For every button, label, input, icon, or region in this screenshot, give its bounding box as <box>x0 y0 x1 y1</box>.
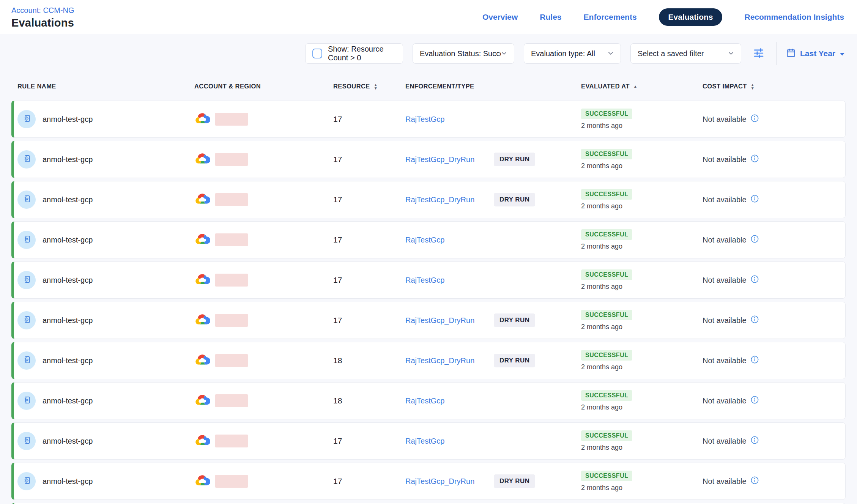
rule-name: anmol-test-gcp <box>43 236 93 244</box>
gcp-cloud-icon <box>194 434 210 448</box>
cost-value: Not available <box>703 155 747 164</box>
sort-icon[interactable]: ▲ <box>633 85 637 88</box>
info-icon[interactable] <box>750 275 759 285</box>
rule-avatar <box>17 110 36 128</box>
cost-value: Not available <box>703 356 747 365</box>
evaluated-time: 2 months ago <box>581 283 622 291</box>
info-icon[interactable] <box>750 154 759 165</box>
rule-avatar <box>17 472 36 490</box>
evaluations-page: Account: CCM-NG Evaluations Overview Rul… <box>0 0 857 504</box>
enforcement-link[interactable]: RajTestGcp <box>405 236 494 244</box>
redacted-account-name <box>215 233 248 246</box>
gcp-cloud-icon <box>194 273 210 287</box>
resource-count: 17 <box>333 195 342 204</box>
saved-filter-dropdown[interactable]: Select a saved filter <box>630 43 741 64</box>
top-nav: Overview Rules Enforcements Evaluations … <box>482 8 844 26</box>
show-resource-count-filter[interactable]: Show: Resource Count > 0 <box>305 43 403 64</box>
rule-code-icon <box>22 234 32 246</box>
rule-code-icon <box>22 435 32 447</box>
title-block: Account: CCM-NG Evaluations <box>11 5 74 29</box>
resource-count: 17 <box>333 155 342 164</box>
resource-count: 17 <box>333 316 342 324</box>
sort-icon[interactable]: ▲▼ <box>751 83 755 90</box>
rule-name: anmol-test-gcp <box>43 397 93 405</box>
rule-name: anmol-test-gcp <box>43 155 93 164</box>
evaluation-status-dropdown[interactable]: Evaluation Status: Success <box>413 43 514 64</box>
nav-tab-recommendation-insights[interactable]: Recommendation Insights <box>744 13 844 22</box>
saved-filter-placeholder: Select a saved filter <box>638 49 704 58</box>
table-body: anmol-test-gcp 17 RajTestGcp <box>0 94 857 500</box>
enforcement-link[interactable]: RajTestGcp <box>405 276 494 285</box>
table-row: anmol-test-gcp 17 RajTestGcp <box>11 221 846 258</box>
chevron-down-icon <box>608 49 614 58</box>
evaluated-time: 2 months ago <box>581 484 622 492</box>
table-row: anmol-test-gcp 17 RajTestGcp_DryRun <box>11 302 846 339</box>
evaluated-time: 2 months ago <box>581 122 622 130</box>
dry-run-badge: DRY RUN <box>494 193 535 206</box>
rule-code-icon <box>22 355 32 366</box>
dry-run-badge: DRY RUN <box>494 153 535 166</box>
info-icon[interactable] <box>750 235 759 245</box>
rule-avatar <box>17 351 36 370</box>
rule-code-icon <box>22 274 32 286</box>
redacted-account-name <box>215 394 248 407</box>
column-header-cost-impact: COST IMPACT <box>703 83 747 90</box>
show-resource-count-checkbox[interactable] <box>312 49 322 58</box>
redacted-account-name <box>215 314 248 327</box>
redacted-account-name <box>215 193 248 206</box>
table-row: anmol-test-gcp 18 RajTestGcp_DryRun <box>11 342 846 379</box>
cost-value: Not available <box>703 437 747 446</box>
rule-avatar <box>17 231 36 249</box>
date-range-picker[interactable]: Last Year <box>786 48 845 60</box>
nav-tab-evaluations[interactable]: Evaluations <box>659 8 723 26</box>
table-header: RULE NAME ACCOUNT & REGION RESOURCE▲▼ EN… <box>11 76 846 94</box>
nav-tab-enforcements[interactable]: Enforcements <box>584 13 637 22</box>
rule-name: anmol-test-gcp <box>43 195 93 204</box>
enforcement-link[interactable]: RajTestGcp_DryRun <box>405 195 494 204</box>
enforcement-link[interactable]: RajTestGcp <box>405 115 494 124</box>
cost-value: Not available <box>703 397 747 405</box>
info-icon[interactable] <box>750 114 759 124</box>
evaluation-type-value: Evaluation type: All <box>531 49 595 58</box>
gcp-cloud-icon <box>194 112 210 126</box>
enforcement-link[interactable]: RajTestGcp_DryRun <box>405 356 494 365</box>
status-badge: SUCCESSFUL <box>581 229 632 240</box>
rule-name: anmol-test-gcp <box>43 115 93 124</box>
cost-value: Not available <box>703 195 747 204</box>
rule-avatar <box>17 311 36 329</box>
table-row: anmol-test-gcp 17 RajTestGcp_DryRun <box>11 463 846 500</box>
enforcement-link[interactable]: RajTestGcp <box>405 397 494 405</box>
status-badge: SUCCESSFUL <box>581 149 632 159</box>
enforcement-link[interactable]: RajTestGcp <box>405 437 494 446</box>
resource-count: 17 <box>333 436 342 445</box>
nav-tab-rules[interactable]: Rules <box>540 13 561 22</box>
nav-tab-overview[interactable]: Overview <box>482 13 518 22</box>
enforcement-link[interactable]: RajTestGcp_DryRun <box>405 477 494 486</box>
sort-icon[interactable]: ▲▼ <box>374 83 378 90</box>
info-icon[interactable] <box>750 194 759 205</box>
table-row: anmol-test-gcp 17 RajTestGcp_DryRun <box>11 181 846 218</box>
rule-code-icon <box>22 194 32 205</box>
sliders-icon <box>752 47 765 60</box>
info-icon[interactable] <box>750 355 759 366</box>
gcp-cloud-icon <box>194 353 210 368</box>
info-icon[interactable] <box>750 395 759 406</box>
filter-settings-button[interactable] <box>751 47 767 60</box>
redacted-account-name <box>215 113 248 126</box>
cost-value: Not available <box>703 477 747 486</box>
status-badge: SUCCESSFUL <box>581 189 632 200</box>
table-row: anmol-test-gcp 17 RajTestGcp <box>11 261 846 299</box>
enforcement-link[interactable]: RajTestGcp_DryRun <box>405 316 494 325</box>
cost-value: Not available <box>703 236 747 244</box>
account-breadcrumb-link[interactable]: Account: CCM-NG <box>11 6 74 15</box>
resource-count: 17 <box>333 115 342 123</box>
info-icon[interactable] <box>750 476 759 487</box>
vertical-divider <box>776 42 777 65</box>
enforcement-link[interactable]: RajTestGcp_DryRun <box>405 155 494 164</box>
evaluated-time: 2 months ago <box>581 162 622 170</box>
evaluation-type-dropdown[interactable]: Evaluation type: All <box>524 43 621 64</box>
evaluated-time: 2 months ago <box>581 243 622 250</box>
info-icon[interactable] <box>750 315 759 326</box>
info-icon[interactable] <box>750 436 759 446</box>
rule-code-icon <box>22 154 32 165</box>
